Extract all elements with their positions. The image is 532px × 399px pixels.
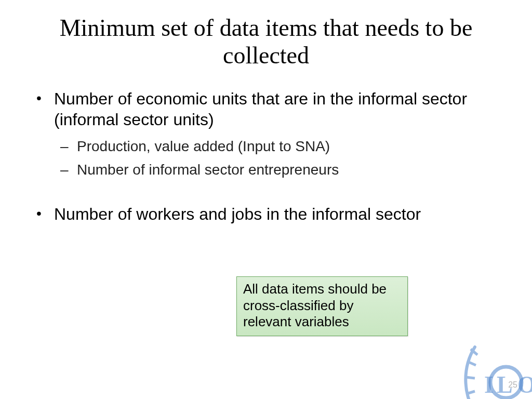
svg-text:I: I: [484, 371, 494, 398]
bullet-text: Number of workers and jobs in the inform…: [54, 205, 421, 223]
bullet-text: Number of economic units that are in the…: [54, 89, 467, 129]
svg-text:O: O: [517, 371, 532, 398]
callout-text: All data items should be cross-classifie…: [243, 281, 387, 329]
sub-bullet-item: Production, value added (Input to SNA): [54, 137, 501, 155]
sub-bullet-text: Production, value added (Input to SNA): [77, 138, 330, 154]
sub-bullet-item: Number of informal sector entrepreneurs: [54, 161, 501, 179]
slide-body: Number of economic units that are in the…: [31, 88, 501, 224]
callout-box: All data items should be cross-classifie…: [236, 276, 408, 336]
sub-bullet-list: Production, value added (Input to SNA) N…: [54, 137, 501, 179]
ilo-logo-icon: I L O: [459, 342, 532, 399]
slide-title: Minimum set of data items that needs to …: [31, 15, 501, 70]
bullet-item: Number of workers and jobs in the inform…: [31, 204, 501, 224]
bullet-item: Number of economic units that are in the…: [31, 88, 501, 179]
sub-bullet-text: Number of informal sector entrepreneurs: [77, 162, 339, 178]
svg-text:L: L: [497, 371, 513, 398]
bullet-list: Number of economic units that are in the…: [31, 88, 501, 224]
slide: Minimum set of data items that needs to …: [0, 0, 532, 399]
